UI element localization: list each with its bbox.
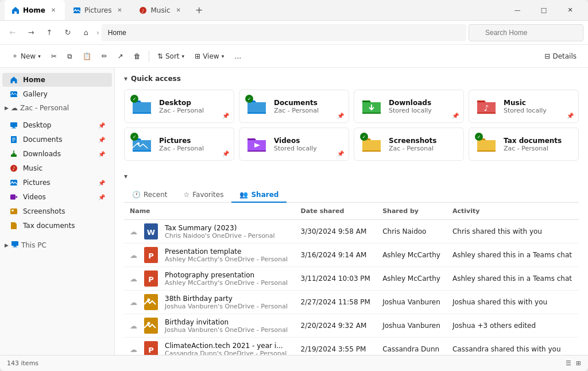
- sidebar-item-zac-personal[interactable]: ▶ ☁ Zac - Personal: [0, 102, 114, 114]
- documents-folder-pin: 📌: [337, 113, 344, 119]
- file-name: Photography presentation: [165, 271, 288, 279]
- folder-card-downloads[interactable]: Downloads Stored locally 📌: [354, 90, 464, 123]
- search-input[interactable]: [469, 24, 583, 41]
- svg-text:♪: ♪: [484, 103, 489, 113]
- folder-card-videos[interactable]: Videos Stored locally 📌: [239, 127, 349, 161]
- tab-favorites[interactable]: ☆ Favorites: [175, 187, 231, 202]
- sort-chevron-icon: ▾: [182, 53, 185, 59]
- refresh-button[interactable]: ↻: [60, 25, 76, 41]
- address-bar: ← → ↑ ↻ ⌂ › 🔍: [0, 21, 588, 45]
- col-name[interactable]: Name: [124, 203, 295, 220]
- home-nav-button[interactable]: ⌂: [78, 25, 94, 41]
- sidebar-item-tax-documents[interactable]: Tax documents: [2, 219, 112, 233]
- tab-pictures[interactable]: Pictures ✕: [66, 0, 131, 20]
- sort-button[interactable]: ⇅ Sort ▾: [153, 48, 189, 64]
- tab-music-label: Music: [150, 6, 170, 14]
- file-activity: Chris shared this with you: [447, 220, 579, 244]
- tab-pictures-label: Pictures: [84, 6, 112, 14]
- file-activity: Ashley shared this in a Teams chat: [447, 267, 579, 291]
- title-bar: Home ✕ Pictures ✕: [0, 0, 588, 21]
- sidebar-item-pictures[interactable]: Pictures 📌: [2, 176, 112, 190]
- file-activity: Cassandra shared this with you: [447, 338, 579, 355]
- col-date[interactable]: Date shared: [295, 203, 377, 220]
- svg-rect-22: [11, 241, 18, 246]
- tab-pictures-close[interactable]: ✕: [115, 6, 124, 15]
- new-button[interactable]: ＋ New ▾: [7, 48, 45, 64]
- folder-card-screenshots[interactable]: ✓ Screenshots Zac - Personal: [354, 127, 464, 161]
- forward-button[interactable]: →: [23, 25, 39, 41]
- more-button[interactable]: …: [230, 48, 246, 64]
- minimize-button[interactable]: —: [504, 0, 531, 21]
- sidebar-item-music[interactable]: ♪ Music: [2, 161, 112, 175]
- sidebar-item-downloads[interactable]: Downloads 📌: [2, 147, 112, 161]
- folder-card-pictures[interactable]: ✓ Pictures Zac - Personal 📌: [124, 127, 234, 161]
- folder-card-desktop[interactable]: ✓ Desktop Zac - Personal 📌: [124, 90, 234, 123]
- details-button[interactable]: ⊟ Details: [540, 48, 581, 64]
- sidebar-item-desktop[interactable]: Desktop 📌: [2, 118, 112, 132]
- svg-rect-21: [11, 210, 14, 211]
- col-shared-by[interactable]: Shared by: [377, 203, 447, 220]
- sidebar-this-pc[interactable]: ▶ This PC: [0, 238, 114, 252]
- svg-rect-11: [12, 140, 16, 140]
- sort-icon: ⇅: [157, 52, 163, 60]
- tab-recent-label: Recent: [144, 191, 167, 199]
- videos-folder-sub: Stored locally: [274, 145, 343, 152]
- file-sub: Chris Naidoo's OneDrive - Personal: [165, 232, 275, 239]
- sidebar-item-screenshots[interactable]: Screenshots: [2, 204, 112, 218]
- file-shared-by: Cassandra Dunn: [377, 338, 447, 355]
- new-tab-button[interactable]: +: [191, 2, 207, 18]
- back-button[interactable]: ←: [5, 25, 21, 41]
- folder-card-music[interactable]: ♪ Music Stored locally 📌: [469, 90, 579, 123]
- delete-button[interactable]: 🗑: [129, 48, 145, 64]
- cloud-icon: ☁: [130, 227, 137, 236]
- table-row[interactable]: ☁ P ClimateAction.tech 2021 - year i... …: [124, 338, 579, 355]
- sidebar-item-home[interactable]: Home: [2, 73, 112, 87]
- downloads-folder-info: Downloads Stored locally: [389, 99, 458, 114]
- sidebar-pictures-label: Pictures: [23, 179, 51, 187]
- view-button[interactable]: ⊞ View ▾: [190, 48, 229, 64]
- copy-button[interactable]: ⧉: [63, 48, 77, 64]
- file-shared-by: Joshua Vanburen: [377, 314, 447, 338]
- tab-list: Home ✕ Pictures ✕: [5, 0, 504, 20]
- maximize-button[interactable]: □: [531, 0, 557, 21]
- sidebar-item-documents[interactable]: Documents 📌: [2, 133, 112, 146]
- folder-card-tax-documents[interactable]: ✓ Tax documents Zac - Personal: [469, 127, 579, 161]
- taxdocs-folder-info: Tax documents Zac - Personal: [504, 137, 572, 152]
- paste-button[interactable]: 📋: [78, 48, 96, 64]
- cut-button[interactable]: ✂: [47, 48, 61, 64]
- table-row[interactable]: ☁ W Tax Summary (2023) Chris Naidoo's On…: [124, 220, 579, 244]
- quick-access-chevron[interactable]: ▾: [124, 75, 127, 83]
- up-button[interactable]: ↑: [41, 25, 57, 41]
- share-button[interactable]: ↗: [113, 48, 128, 64]
- tab-shared[interactable]: 👥 Shared: [231, 187, 287, 202]
- documents-folder-info: Documents Zac - Personal: [274, 99, 343, 114]
- table-row[interactable]: ☁ 38th Birthday party Joshua Vanburen's …: [124, 291, 579, 314]
- grid-view-icon[interactable]: ⊞: [576, 360, 581, 367]
- rename-button[interactable]: ✏: [97, 48, 112, 64]
- table-row[interactable]: ☁ P Photography presentation Ashley McCa…: [124, 267, 579, 291]
- table-row[interactable]: ☁ Birthday invitation Joshua Vanburen's …: [124, 314, 579, 338]
- list-view-icon[interactable]: ☰: [566, 360, 571, 367]
- file-icon: [143, 294, 159, 310]
- taxdocs-folder-sub: Zac - Personal: [504, 145, 572, 152]
- tab-home-close[interactable]: ✕: [49, 6, 58, 15]
- sidebar-screenshots-label: Screenshots: [23, 207, 65, 215]
- file-shared-by: Chris Naidoo: [377, 220, 447, 244]
- sidebar-item-videos[interactable]: Videos 📌: [2, 190, 112, 204]
- file-text: Birthday invitation Joshua Vanburen's On…: [165, 318, 288, 334]
- sidebar-item-gallery[interactable]: Gallery: [2, 87, 112, 101]
- table-row[interactable]: ☁ P Presentation template Ashley McCarth…: [124, 244, 579, 267]
- close-button[interactable]: ✕: [557, 0, 583, 21]
- tab-music-close[interactable]: ✕: [174, 6, 183, 15]
- address-input[interactable]: [102, 24, 466, 41]
- file-shared-by: Ashley McCarthy: [377, 244, 447, 267]
- files-section-chevron[interactable]: ▾: [124, 172, 127, 180]
- folder-card-documents[interactable]: ✓ Documents Zac - Personal 📌: [239, 90, 349, 123]
- music-folder-icon: ♪: [475, 95, 498, 118]
- tab-music[interactable]: ♪ Music ✕: [132, 0, 189, 20]
- file-text: 38th Birthday party Joshua Vanburen's On…: [165, 295, 288, 310]
- col-activity[interactable]: Activity: [447, 203, 579, 220]
- tab-recent[interactable]: 🕐 Recent: [124, 187, 175, 202]
- tab-home[interactable]: Home ✕: [5, 0, 65, 20]
- file-activity: Joshua shared this with you: [447, 291, 579, 314]
